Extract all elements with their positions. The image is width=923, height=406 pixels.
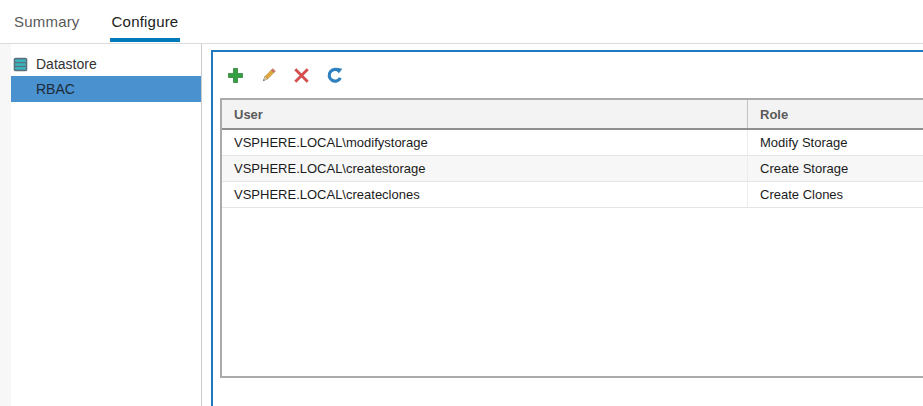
rbac-table: User Role VSPHERE.LOCAL\modifystorage Mo… bbox=[220, 98, 923, 378]
column-header-role[interactable]: Role bbox=[747, 100, 923, 128]
sidebar-item-datastore[interactable]: Datastore bbox=[0, 52, 201, 76]
tab-bar: Summary Configure bbox=[0, 0, 923, 44]
tab-summary[interactable]: Summary bbox=[12, 0, 82, 43]
refresh-button[interactable] bbox=[325, 66, 343, 84]
rbac-toolbar bbox=[213, 52, 923, 98]
add-button[interactable] bbox=[226, 66, 244, 84]
sidebar-item-label: Datastore bbox=[36, 56, 97, 72]
column-header-user[interactable]: User bbox=[222, 100, 747, 128]
table-row[interactable]: VSPHERE.LOCAL\modifystorage Modify Stora… bbox=[222, 130, 923, 156]
role-cell: Create Clones bbox=[747, 182, 923, 207]
table-row[interactable]: VSPHERE.LOCAL\createstorage Create Stora… bbox=[222, 156, 923, 182]
table-row[interactable]: VSPHERE.LOCAL\createclones Create Clones bbox=[222, 182, 923, 208]
edit-button[interactable] bbox=[259, 66, 277, 84]
plus-icon bbox=[227, 67, 244, 84]
pencil-icon bbox=[260, 67, 277, 84]
refresh-icon bbox=[326, 67, 343, 84]
datastore-icon bbox=[12, 56, 29, 73]
role-cell: Create Storage bbox=[747, 156, 923, 181]
sidebar-item-rbac[interactable]: RBAC bbox=[11, 76, 201, 102]
user-cell: VSPHERE.LOCAL\modifystorage bbox=[222, 130, 747, 155]
delete-button[interactable] bbox=[292, 66, 310, 84]
table-header: User Role bbox=[222, 100, 923, 130]
role-cell: Modify Storage bbox=[747, 130, 923, 155]
sidebar-item-label: RBAC bbox=[36, 81, 75, 97]
tab-configure[interactable]: Configure bbox=[110, 0, 181, 43]
delete-x-icon bbox=[293, 67, 310, 84]
sidebar: Datastore RBAC bbox=[0, 44, 202, 406]
table-empty-area bbox=[222, 208, 923, 376]
vsphere-plugin-view: Summary Configure Datastore RBAC bbox=[0, 0, 923, 406]
user-cell: VSPHERE.LOCAL\createstorage bbox=[222, 156, 747, 181]
rbac-panel: User Role VSPHERE.LOCAL\modifystorage Mo… bbox=[211, 50, 923, 406]
sidebar-gutter bbox=[0, 44, 11, 406]
user-cell: VSPHERE.LOCAL\createclones bbox=[222, 182, 747, 207]
